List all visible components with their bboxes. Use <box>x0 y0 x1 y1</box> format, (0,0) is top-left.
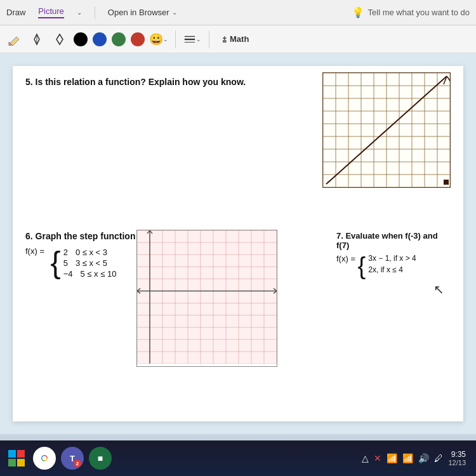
q6-val-1: 2 <box>63 248 68 257</box>
open-in-browser-btn[interactable]: Open in Browser ⌄ <box>108 8 177 17</box>
excel-taskbar-icon[interactable]: ■ <box>89 447 112 470</box>
eraser-button[interactable] <box>5 30 23 48</box>
pen-tool-2-icon <box>53 33 66 46</box>
eraser-icon <box>8 33 20 46</box>
main-content: 5. Is this relation a function? Explain … <box>0 53 476 434</box>
q6-brace-symbol: { <box>51 248 61 278</box>
q6-pw-line-3: −4 5 ≤ x ≤ 10 <box>63 269 117 279</box>
q6-val-3: −4 <box>63 269 73 279</box>
lines-button[interactable]: ⌄ <box>183 30 201 48</box>
tab-draw[interactable]: Draw <box>6 8 25 17</box>
q6-pw-line-2: 5 3 ≤ x < 5 <box>63 258 117 268</box>
toolbar-top: Draw Picture ⌄ Open in Browser ⌄ 💡 Tell … <box>0 0 476 25</box>
lines-dropdown-arrow[interactable]: ⌄ <box>196 36 201 43</box>
start-button[interactable] <box>5 447 28 470</box>
taskbar: T 2 ■ △ ✕ 📶 📶 🔊 🖊 9:35 12/13 <box>0 440 476 476</box>
pen-tool-1-button[interactable] <box>28 30 46 48</box>
q7-line-2: 2x, if x ≤ 4 <box>368 265 416 274</box>
color-red[interactable] <box>131 32 145 46</box>
q7-brace-container: { 3x − 1, if x > 4 2x, if x ≤ 4 <box>358 254 416 278</box>
q7-expression: f(x) = { 3x − 1, if x > 4 2x, if x ≤ 4 <box>336 254 451 278</box>
q6-val-2: 5 <box>63 258 68 268</box>
q6-brace-container: { 2 0 ≤ x < 3 5 3 ≤ x < 5 −4 5 ≤ x ≤ 10 <box>51 248 117 279</box>
math-label: Math <box>230 34 249 44</box>
svg-rect-11 <box>17 459 25 466</box>
teams-badge: 2 <box>74 459 81 467</box>
lightbulb-icon: 💡 <box>352 6 364 18</box>
q5-grid <box>322 72 451 188</box>
warning-icon: ✕ <box>374 453 381 463</box>
svg-point-13 <box>43 456 47 461</box>
volume-icon[interactable]: 🔊 <box>418 453 429 463</box>
teams-taskbar-icon[interactable]: T 2 <box>61 447 84 470</box>
wifi-icon[interactable]: 📶 <box>402 453 413 463</box>
pen-tool-2-button[interactable] <box>51 30 69 48</box>
effects-button[interactable]: 😀 ⌄ <box>150 30 168 48</box>
network-icon[interactable]: 📶 <box>387 453 397 463</box>
effects-dropdown-arrow[interactable]: ⌄ <box>163 36 168 43</box>
q6-piecewise-label: f(x) = <box>25 246 44 256</box>
math-icon: ⩲ <box>222 34 227 45</box>
chrome-taskbar-icon[interactable] <box>33 447 56 470</box>
document: 5. Is this relation a function? Explain … <box>13 66 463 421</box>
q7-brace-symbol: { <box>358 254 366 278</box>
windows-icon <box>7 449 26 468</box>
q6-cond-1: 0 ≤ x < 3 <box>76 248 107 257</box>
svg-rect-9 <box>17 450 25 458</box>
question-7: 7. Evaluate when f(-3) and f(7) f(x) = {… <box>336 231 451 278</box>
chrome-icon <box>37 451 52 466</box>
question-5: 5. Is this relation a function? Explain … <box>25 76 246 88</box>
pen-icon[interactable]: 🖊 <box>434 453 443 463</box>
tab-picture[interactable]: Picture <box>38 6 63 18</box>
math-button[interactable]: ⩲ Math <box>217 31 254 48</box>
svg-marker-4 <box>56 34 63 44</box>
q6-piecewise-lines: 2 0 ≤ x < 3 5 3 ≤ x < 5 −4 5 ≤ x ≤ 10 <box>63 248 117 279</box>
svg-rect-8 <box>8 450 16 458</box>
cursor-arrow: ↖ <box>433 282 444 297</box>
question-6: 6. Graph the step function f(x) = { 2 0 … <box>25 231 135 279</box>
q7-line-1: 3x − 1, if x > 4 <box>368 254 416 263</box>
color-black[interactable] <box>74 32 88 46</box>
tell-me-box[interactable]: 💡 Tell me what you want to do <box>352 6 470 18</box>
q6-piecewise: f(x) = { 2 0 ≤ x < 3 5 3 ≤ x < 5 −4 <box>25 246 135 279</box>
color-blue[interactable] <box>93 32 107 46</box>
system-tray: △ ✕ 📶 📶 🔊 🖊 9:35 12/13 <box>362 450 466 466</box>
excel-label: ■ <box>98 453 103 463</box>
q7-piecewise-label: f(x) = <box>336 254 358 263</box>
q6-grid <box>136 230 277 367</box>
q7-title: 7. Evaluate when f(-3) and f(7) <box>336 231 451 250</box>
notification-icon[interactable]: △ <box>362 453 369 463</box>
toolbar-separator-3 <box>209 30 209 48</box>
q5-text: 5. Is this relation a function? Explain … <box>25 77 246 87</box>
open-browser-dropdown-arrow[interactable]: ⌄ <box>172 9 177 16</box>
q7-piecewise-lines: 3x − 1, if x > 4 2x, if x ≤ 4 <box>368 254 416 274</box>
q6-cond-3: 5 ≤ x ≤ 10 <box>80 269 116 279</box>
pen-tool-1-icon <box>30 33 43 46</box>
toolbar-separator-2 <box>175 30 176 48</box>
toolbar-bottom: 😀 ⌄ ⌄ ⩲ Math <box>0 25 476 53</box>
lines-icon <box>183 33 196 46</box>
q6-cond-2: 3 ≤ x < 5 <box>76 258 107 268</box>
clock: 9:35 12/13 <box>448 450 466 466</box>
q6-title: 6. Graph the step function <box>25 231 135 241</box>
q6-pw-line-1: 2 0 ≤ x < 3 <box>63 248 117 257</box>
svg-rect-10 <box>8 459 16 466</box>
color-green[interactable] <box>112 32 126 46</box>
toolbar-separator-1 <box>95 6 95 19</box>
picture-dropdown-arrow[interactable]: ⌄ <box>77 9 82 16</box>
